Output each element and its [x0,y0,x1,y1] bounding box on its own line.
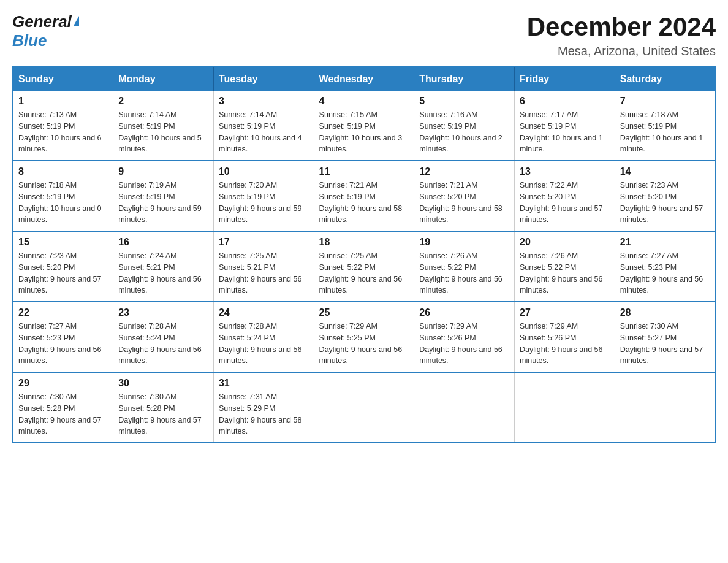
calendar-day-cell [414,372,515,443]
calendar-day-cell: 3Sunrise: 7:14 AMSunset: 5:19 PMDaylight… [213,91,314,161]
day-info: Sunrise: 7:23 AMSunset: 5:20 PMDaylight:… [620,180,710,226]
calendar-day-cell: 26Sunrise: 7:29 AMSunset: 5:26 PMDayligh… [414,302,515,372]
calendar-day-cell: 11Sunrise: 7:21 AMSunset: 5:19 PMDayligh… [314,161,414,231]
day-number: 11 [319,166,409,177]
day-info: Sunrise: 7:14 AMSunset: 5:19 PMDaylight:… [118,109,208,155]
day-number: 20 [520,237,610,248]
day-number: 29 [18,378,108,389]
calendar-day-cell: 9Sunrise: 7:19 AMSunset: 5:19 PMDaylight… [113,161,214,231]
day-number: 21 [620,237,710,248]
calendar-day-cell: 27Sunrise: 7:29 AMSunset: 5:26 PMDayligh… [515,302,615,372]
day-info: Sunrise: 7:23 AMSunset: 5:20 PMDaylight:… [18,250,108,296]
calendar-week-row: 29Sunrise: 7:30 AMSunset: 5:28 PMDayligh… [13,372,715,443]
day-info: Sunrise: 7:18 AMSunset: 5:19 PMDaylight:… [620,109,710,155]
logo-blue-text: Blue [12,31,47,50]
calendar-day-cell: 24Sunrise: 7:28 AMSunset: 5:24 PMDayligh… [213,302,314,372]
day-number: 10 [219,166,309,177]
calendar-day-cell: 30Sunrise: 7:30 AMSunset: 5:28 PMDayligh… [113,372,214,443]
column-header-tuesday: Tuesday [213,67,314,91]
column-header-friday: Friday [515,67,615,91]
calendar-day-cell: 5Sunrise: 7:16 AMSunset: 5:19 PMDaylight… [414,91,515,161]
calendar-week-row: 8Sunrise: 7:18 AMSunset: 5:19 PMDaylight… [13,161,715,231]
day-number: 15 [18,237,108,248]
day-info: Sunrise: 7:27 AMSunset: 5:23 PMDaylight:… [18,321,108,367]
day-info: Sunrise: 7:24 AMSunset: 5:21 PMDaylight:… [118,250,208,296]
day-number: 7 [620,96,710,107]
calendar-day-cell: 23Sunrise: 7:28 AMSunset: 5:24 PMDayligh… [113,302,214,372]
calendar-title: December 2024 [527,12,716,42]
day-info: Sunrise: 7:30 AMSunset: 5:28 PMDaylight:… [18,391,108,437]
day-number: 16 [118,237,208,248]
day-info: Sunrise: 7:15 AMSunset: 5:19 PMDaylight:… [319,109,409,155]
calendar-day-cell: 31Sunrise: 7:31 AMSunset: 5:29 PMDayligh… [213,372,314,443]
calendar-day-cell: 20Sunrise: 7:26 AMSunset: 5:22 PMDayligh… [515,231,615,302]
day-number: 4 [319,96,409,107]
page-header: General Blue December 2024 Mesa, Arizona… [12,12,716,60]
day-number: 13 [520,166,610,177]
calendar-subtitle: Mesa, Arizona, United States [527,44,716,58]
day-info: Sunrise: 7:25 AMSunset: 5:21 PMDaylight:… [219,250,309,296]
day-info: Sunrise: 7:28 AMSunset: 5:24 PMDaylight:… [219,321,309,367]
day-info: Sunrise: 7:14 AMSunset: 5:19 PMDaylight:… [219,109,309,155]
calendar-day-cell: 18Sunrise: 7:25 AMSunset: 5:22 PMDayligh… [314,231,414,302]
day-number: 18 [319,237,409,248]
calendar-day-cell: 1Sunrise: 7:13 AMSunset: 5:19 PMDaylight… [13,91,113,161]
calendar-day-cell: 19Sunrise: 7:26 AMSunset: 5:22 PMDayligh… [414,231,515,302]
day-number: 23 [118,307,208,318]
day-info: Sunrise: 7:31 AMSunset: 5:29 PMDaylight:… [219,391,309,437]
calendar-day-cell [314,372,414,443]
calendar-day-cell: 16Sunrise: 7:24 AMSunset: 5:21 PMDayligh… [113,231,214,302]
calendar-table: SundayMondayTuesdayWednesdayThursdayFrid… [12,66,716,443]
calendar-week-row: 22Sunrise: 7:27 AMSunset: 5:23 PMDayligh… [13,302,715,372]
calendar-header-row: SundayMondayTuesdayWednesdayThursdayFrid… [13,67,715,91]
day-number: 28 [620,307,710,318]
day-info: Sunrise: 7:29 AMSunset: 5:26 PMDaylight:… [419,321,509,367]
column-header-monday: Monday [113,67,214,91]
column-header-sunday: Sunday [13,67,113,91]
calendar-day-cell: 14Sunrise: 7:23 AMSunset: 5:20 PMDayligh… [615,161,715,231]
calendar-day-cell: 8Sunrise: 7:18 AMSunset: 5:19 PMDaylight… [13,161,113,231]
column-header-wednesday: Wednesday [314,67,414,91]
calendar-day-cell: 13Sunrise: 7:22 AMSunset: 5:20 PMDayligh… [515,161,615,231]
day-number: 9 [118,166,208,177]
calendar-day-cell [615,372,715,443]
day-info: Sunrise: 7:20 AMSunset: 5:19 PMDaylight:… [219,180,309,226]
day-number: 26 [419,307,509,318]
calendar-title-area: December 2024 Mesa, Arizona, United Stat… [527,12,716,58]
day-info: Sunrise: 7:21 AMSunset: 5:20 PMDaylight:… [419,180,509,226]
calendar-day-cell: 10Sunrise: 7:20 AMSunset: 5:19 PMDayligh… [213,161,314,231]
day-number: 30 [118,378,208,389]
day-info: Sunrise: 7:25 AMSunset: 5:22 PMDaylight:… [319,250,409,296]
day-info: Sunrise: 7:26 AMSunset: 5:22 PMDaylight:… [419,250,509,296]
day-info: Sunrise: 7:26 AMSunset: 5:22 PMDaylight:… [520,250,610,296]
calendar-day-cell: 12Sunrise: 7:21 AMSunset: 5:20 PMDayligh… [414,161,515,231]
calendar-day-cell: 22Sunrise: 7:27 AMSunset: 5:23 PMDayligh… [13,302,113,372]
day-info: Sunrise: 7:28 AMSunset: 5:24 PMDaylight:… [118,321,208,367]
column-header-saturday: Saturday [615,67,715,91]
day-number: 6 [520,96,610,107]
day-number: 17 [219,237,309,248]
calendar-week-row: 15Sunrise: 7:23 AMSunset: 5:20 PMDayligh… [13,231,715,302]
day-number: 31 [219,378,309,389]
calendar-day-cell: 15Sunrise: 7:23 AMSunset: 5:20 PMDayligh… [13,231,113,302]
day-info: Sunrise: 7:29 AMSunset: 5:25 PMDaylight:… [319,321,409,367]
calendar-day-cell: 6Sunrise: 7:17 AMSunset: 5:19 PMDaylight… [515,91,615,161]
calendar-day-cell: 17Sunrise: 7:25 AMSunset: 5:21 PMDayligh… [213,231,314,302]
day-info: Sunrise: 7:22 AMSunset: 5:20 PMDaylight:… [520,180,610,226]
day-number: 1 [18,96,108,107]
day-number: 2 [118,96,208,107]
day-info: Sunrise: 7:30 AMSunset: 5:28 PMDaylight:… [118,391,208,437]
day-number: 19 [419,237,509,248]
day-number: 14 [620,166,710,177]
day-info: Sunrise: 7:29 AMSunset: 5:26 PMDaylight:… [520,321,610,367]
day-number: 25 [319,307,409,318]
calendar-week-row: 1Sunrise: 7:13 AMSunset: 5:19 PMDaylight… [13,91,715,161]
calendar-day-cell: 28Sunrise: 7:30 AMSunset: 5:27 PMDayligh… [615,302,715,372]
day-number: 5 [419,96,509,107]
calendar-day-cell: 21Sunrise: 7:27 AMSunset: 5:23 PMDayligh… [615,231,715,302]
day-info: Sunrise: 7:19 AMSunset: 5:19 PMDaylight:… [118,180,208,226]
day-number: 3 [219,96,309,107]
day-info: Sunrise: 7:17 AMSunset: 5:19 PMDaylight:… [520,109,610,155]
day-number: 12 [419,166,509,177]
calendar-day-cell: 4Sunrise: 7:15 AMSunset: 5:19 PMDaylight… [314,91,414,161]
